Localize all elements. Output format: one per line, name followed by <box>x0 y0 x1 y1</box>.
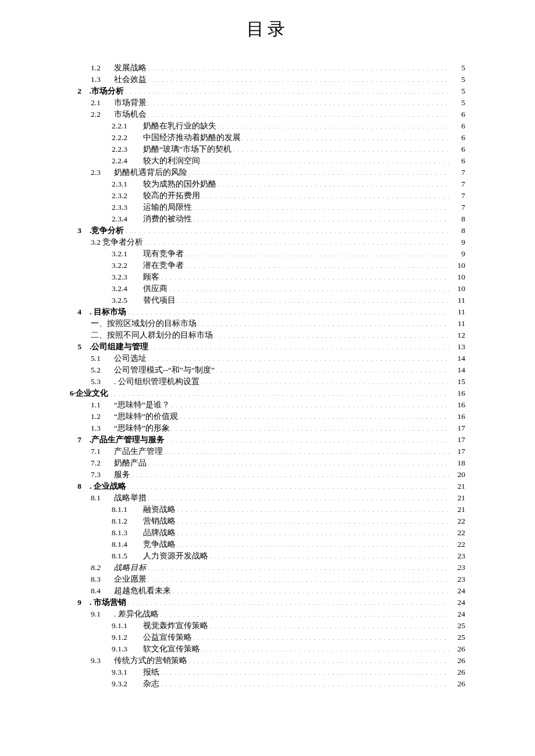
toc-entry: 3.2.5替代项目11 <box>70 295 465 306</box>
toc-entry-number: 2.3.4 <box>112 213 143 225</box>
toc-entry: 8.1.5人力资源开发战略23 <box>70 550 465 562</box>
toc-entry-page: 13 <box>450 341 465 353</box>
toc-entry-page: 14 <box>450 353 465 364</box>
toc-entry-number: 1.1 <box>91 399 114 411</box>
toc-leader-dots <box>193 202 449 210</box>
toc-entry-page: 26 <box>450 667 465 678</box>
toc-entry-number: 4 <box>70 306 86 318</box>
toc-entry: 3.2.3顾客10 <box>70 271 465 283</box>
toc-entry-text: .公司组建与管理 <box>90 341 148 353</box>
toc-entry: 8.1.1融资战略21 <box>70 504 465 515</box>
toc-entry: 3.2.2潜在竞争者10 <box>70 260 465 271</box>
toc-entry-page: 7 <box>450 202 465 213</box>
toc-leader-dots <box>172 586 449 594</box>
toc-entry: 8.1战略举措21 <box>70 492 465 504</box>
toc-entry: 1.3社会效益5 <box>70 74 465 85</box>
toc-entry-number: 7.2 <box>91 457 114 469</box>
toc-entry-text: 竞争战略 <box>143 539 176 550</box>
toc-entry-number: 5 <box>70 341 86 353</box>
toc-leader-dots <box>185 260 449 268</box>
toc-entry-text: 软文化宣传策略 <box>143 643 200 655</box>
toc-entry-number: 1.3 <box>91 74 114 85</box>
toc-entry-text: . 目标市场 <box>90 306 126 318</box>
toc-entry-text: 一、按照区域划分的目标市场 <box>91 318 197 329</box>
toc-entry-number: 2.3.3 <box>112 202 143 213</box>
toc-entry-number: 1.2 <box>91 62 114 74</box>
toc-leader-dots <box>148 98 449 106</box>
toc-entry-text: 报纸 <box>143 667 159 678</box>
toc-entry-page: 9 <box>450 248 465 260</box>
toc-leader-dots <box>125 225 449 234</box>
toc-entry-page: 26 <box>450 655 465 667</box>
toc-entry-number: 3.2.1 <box>112 248 143 260</box>
toc-entry-page: 8 <box>450 225 465 237</box>
toc-entry-number: 9.1 <box>91 608 114 620</box>
toc-entry-text: . 市场营销 <box>90 597 126 608</box>
toc-leader-dots <box>149 342 449 350</box>
toc-entry-text: 奶酪机遇背后的风险 <box>114 167 187 178</box>
toc-leader-dots <box>201 644 449 652</box>
toc-entry-text: .竞争分析 <box>90 225 124 237</box>
toc-entry: 9. 市场营销24 <box>70 597 465 608</box>
toc-entry-page: 6 <box>450 120 465 132</box>
toc-entry-number: 2.3.1 <box>112 178 143 190</box>
toc-entry-text: 潜在竞争者 <box>143 260 184 271</box>
toc-entry-text: 3.2 竞争者分析 <box>91 237 143 248</box>
toc-entry: 7.产品生产管理与服务17 <box>70 434 465 446</box>
toc-entry-text: 较为成熟的国外奶酪 <box>143 178 216 190</box>
toc-entry-text: 融资战略 <box>143 504 176 515</box>
toc-leader-dots <box>148 562 449 571</box>
toc-entry-text: “思味特”的价值观 <box>114 411 178 422</box>
toc-entry-page: 11 <box>450 295 465 306</box>
toc-leader-dots <box>233 144 449 152</box>
toc-entry-page: 25 <box>450 632 465 643</box>
toc-entry-page: 24 <box>450 608 465 620</box>
toc-entry: 9.3.1报纸26 <box>70 667 465 678</box>
toc-entry-page: 6 <box>450 109 465 120</box>
toc-entry: 1.1“思味特”是谁？16 <box>70 399 465 411</box>
toc-entry-text: 人力资源开发战略 <box>143 550 208 562</box>
toc-entry-page: 25 <box>450 620 465 632</box>
toc-entry-page: 20 <box>450 469 465 481</box>
toc-entry-number: 8.2 <box>91 562 114 574</box>
toc-entry: 3.竞争分析8 <box>70 225 465 237</box>
toc-entry-page: 10 <box>450 260 465 271</box>
toc-entry: 8.1.4竞争战略22 <box>70 539 465 550</box>
toc-entry-text: 服务 <box>114 469 130 481</box>
toc-leader-dots <box>148 574 449 582</box>
toc-leader-dots <box>131 470 449 478</box>
toc-leader-dots <box>188 167 449 175</box>
toc-entry-number: 7 <box>70 434 86 446</box>
toc-leader-dots <box>214 330 449 338</box>
toc-entry: 9.1.3软文化宣传策略26 <box>70 643 465 655</box>
toc-entry-text: 企业愿景 <box>114 574 147 585</box>
toc-entry-number: 8.1.5 <box>112 550 143 562</box>
toc-entry-page: 21 <box>450 492 465 504</box>
toc-entry-page: 18 <box>450 457 465 469</box>
page-title: 目录 <box>70 17 465 41</box>
toc-entry: 一、按照区域划分的目标市场11 <box>70 318 465 329</box>
toc-entry-text: 市场背景 <box>114 97 147 109</box>
toc-entry-number: 5.3 <box>91 376 114 388</box>
toc-entry-page: 22 <box>450 527 465 539</box>
toc-entry-number: 9.1.1 <box>112 620 143 632</box>
toc-entry-text: .产品生产管理与服务 <box>90 434 165 446</box>
toc-leader-dots <box>177 295 449 303</box>
toc-entry: 2.3.4消费的被动性8 <box>70 213 465 225</box>
toc-leader-dots <box>201 156 449 164</box>
toc-entry-text: 二、按照不同人群划分的目标市场 <box>91 329 213 341</box>
toc-entry-number: 7.1 <box>91 446 114 457</box>
toc-entry: 2.3.3运输的局限性7 <box>70 202 465 213</box>
toc-entry: 2.2.1奶酪在乳行业的缺失6 <box>70 120 465 132</box>
toc-entry-number: 8.1.3 <box>112 527 143 539</box>
toc-entry-text: 杂志 <box>143 678 159 690</box>
toc-entry: 5.公司组建与管理13 <box>70 341 465 353</box>
toc-leader-dots <box>193 632 449 640</box>
toc-leader-dots <box>127 481 449 489</box>
toc-entry-text: 市场机会 <box>114 109 147 120</box>
toc-leader-dots <box>209 621 449 629</box>
toc-entry-number: 8.1.4 <box>112 539 143 550</box>
toc-entry-page: 26 <box>450 678 465 690</box>
toc-leader-dots <box>148 74 449 83</box>
toc-entry-page: 5 <box>450 62 465 74</box>
